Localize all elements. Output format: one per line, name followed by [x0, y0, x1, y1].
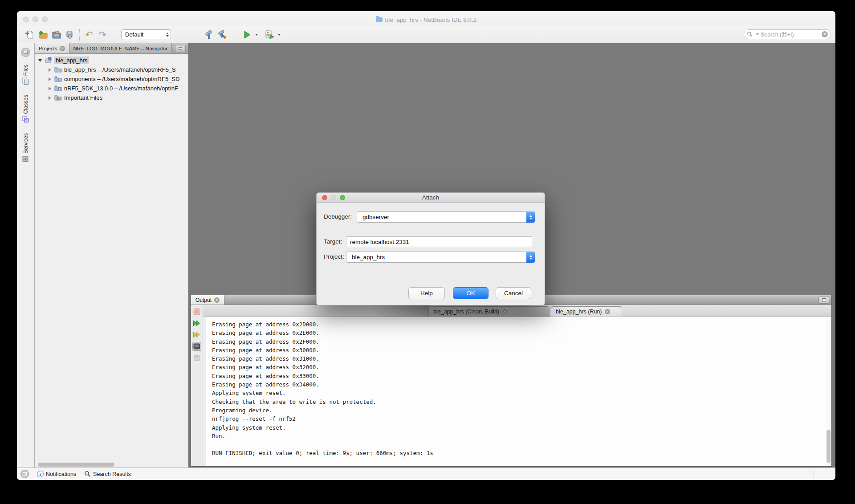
- collapse-arrow-icon[interactable]: [47, 96, 52, 100]
- console-line: Erasing page at address 0x33000.: [212, 372, 825, 380]
- rerun-with-options-button[interactable]: [192, 330, 201, 339]
- help-button-label: Help: [420, 290, 433, 297]
- clean-build-button[interactable]: [216, 28, 229, 41]
- undo-icon: ↶: [85, 30, 93, 39]
- project-icon: [45, 57, 52, 64]
- sidebar-tab-label: Classes: [23, 95, 29, 114]
- open-project-button[interactable]: [50, 28, 63, 41]
- save-all-icon: [65, 30, 75, 40]
- cancel-button[interactable]: Cancel: [496, 287, 531, 299]
- important-icon: [54, 94, 62, 102]
- close-window-button[interactable]: [23, 16, 29, 22]
- build-project-button[interactable]: [202, 28, 216, 41]
- traffic-lights: [23, 16, 48, 22]
- horizontal-scrollbar[interactable]: [35, 462, 188, 467]
- console-line: RUN FINISHED; exit value 0; real time: 9…: [212, 449, 825, 457]
- new-file-button[interactable]: [23, 28, 37, 41]
- window-titlebar: ble_app_hrs - NetBeans IDE 8.0.2: [17, 11, 835, 26]
- search-results-button[interactable]: Search Results: [84, 471, 131, 477]
- debug-icon: 3: [265, 30, 275, 40]
- debug-project-button[interactable]: 3: [263, 28, 277, 41]
- sidebar-tab-files[interactable]: Files: [22, 63, 29, 87]
- console-line: Checking that the area to write is not p…: [212, 398, 825, 406]
- tree-row[interactable]: Important Files: [35, 93, 188, 102]
- expand-arrow-icon[interactable]: [37, 59, 42, 62]
- output-doc-tab[interactable]: ble_app_hrs (Clean, Build)✕: [428, 306, 550, 317]
- tab-output-label: Output: [195, 297, 212, 303]
- files-icon: [22, 77, 29, 85]
- collapse-arrow-icon[interactable]: [47, 77, 52, 81]
- sidebar-tab-services[interactable]: Services: [22, 131, 29, 165]
- rerun-button[interactable]: [192, 319, 201, 328]
- close-icon[interactable]: ✕: [605, 309, 610, 314]
- cancel-button-label: Cancel: [504, 290, 523, 297]
- target-label: Target:: [324, 238, 342, 245]
- save-all-button[interactable]: [63, 28, 77, 41]
- close-icon[interactable]: ✕: [60, 46, 65, 51]
- output-doc-tab-label: ble_app_hrs (Run): [556, 309, 602, 315]
- project-select[interactable]: ble_app_hrs: [346, 252, 535, 263]
- run-dropdown-arrow[interactable]: [255, 34, 258, 36]
- sidebar-tab-classes[interactable]: Classes: [22, 93, 29, 125]
- tree-row[interactable]: ble_app_hrs: [35, 56, 188, 65]
- ok-button[interactable]: OK: [453, 287, 489, 299]
- window-title: ble_app_hrs - NetBeans IDE 8.0.2: [17, 14, 835, 23]
- debugger-select[interactable]: gdbserver: [357, 211, 535, 223]
- notifications-button[interactable]: i Notifications: [37, 471, 76, 477]
- tree-item-label: ble_app_hrs: [54, 57, 89, 64]
- target-input[interactable]: remote localhost:2331: [346, 236, 532, 247]
- collapse-arrow-icon[interactable]: [47, 87, 52, 90]
- scrollbar-thumb[interactable]: [38, 463, 114, 467]
- console-area[interactable]: Erasing page at address 0x2D000.Erasing …: [203, 317, 831, 466]
- save-disabled-icon: [193, 354, 201, 362]
- undo-button[interactable]: ↶: [82, 28, 96, 41]
- collapse-arrow-icon[interactable]: [47, 68, 52, 72]
- minimized-windows-button[interactable]: [20, 470, 29, 478]
- output-doc-tab[interactable]: ble_app_hrs (Run)✕: [551, 306, 622, 317]
- scrollbar-thumb[interactable]: [826, 430, 831, 463]
- new-project-icon: [38, 30, 48, 40]
- terminal-options-button[interactable]: [192, 342, 201, 351]
- search-results-label: Search Results: [93, 471, 131, 477]
- projects-panel: Projects ✕ NRF_LOG_MODULE_NAME – Navigat…: [35, 43, 189, 467]
- dialog-zoom-button[interactable]: [340, 195, 345, 200]
- toolbar-separator: [79, 29, 80, 41]
- help-button[interactable]: Help: [408, 287, 445, 299]
- zoom-window-button[interactable]: [42, 16, 48, 22]
- toolbar-separator: [112, 29, 112, 41]
- tree-row[interactable]: ble_app_hrs – /Users/mafaneh/opt/nRF5_S: [35, 65, 188, 74]
- dialog-minimize-button: [331, 195, 336, 200]
- search-scope-arrow[interactable]: [756, 33, 759, 35]
- console-line: Erasing page at address 0x32000.: [212, 363, 825, 371]
- tree-item-label: ble_app_hrs – /Users/mafaneh/opt/nRF5_S: [64, 66, 176, 73]
- terminal-icon: [193, 342, 201, 350]
- debug-dropdown-arrow[interactable]: [278, 34, 281, 36]
- search-icon: [747, 31, 753, 37]
- output-button-strip: [191, 305, 203, 466]
- console-line: Erasing page at address 0x34000.: [212, 380, 825, 389]
- redo-button[interactable]: ↷: [96, 28, 109, 41]
- output-panel: Output ✕: [191, 295, 832, 467]
- tree-row[interactable]: components – /Users/mafaneh/opt/nRF5_SD: [35, 74, 188, 84]
- restore-window-group-button[interactable]: [21, 48, 30, 57]
- close-icon[interactable]: ✕: [502, 309, 507, 314]
- minimize-window-button[interactable]: [33, 16, 38, 22]
- run-project-button[interactable]: [240, 28, 254, 41]
- select-stepper-icon: [526, 252, 535, 263]
- vertical-scrollbar[interactable]: [825, 317, 831, 466]
- dialog-close-button[interactable]: [322, 195, 327, 200]
- tree-row[interactable]: nRF5_SDK_13.0.0 – /Users/mafaneh/opt/nF: [35, 84, 188, 93]
- maximize-panel-button[interactable]: [818, 296, 829, 304]
- float-panel-button[interactable]: [175, 45, 186, 52]
- search-input[interactable]: Search (⌘+I) ✕: [744, 29, 831, 39]
- close-icon[interactable]: ✕: [214, 297, 220, 303]
- tab-projects[interactable]: Projects ✕: [35, 43, 69, 53]
- tab-output[interactable]: Output ✕: [191, 295, 224, 305]
- tab-navigator[interactable]: NRF_LOG_MODULE_NAME – Navigator: [69, 43, 172, 53]
- project-tree: ble_app_hrsble_app_hrs – /Users/mafaneh/…: [35, 54, 188, 462]
- new-project-button[interactable]: [37, 28, 50, 41]
- console-line: Erasing page at address 0x30000.: [212, 346, 825, 354]
- search-clear-icon[interactable]: ✕: [822, 31, 828, 37]
- configuration-select[interactable]: Default: [121, 29, 171, 40]
- console-line: Programing device.: [212, 406, 825, 415]
